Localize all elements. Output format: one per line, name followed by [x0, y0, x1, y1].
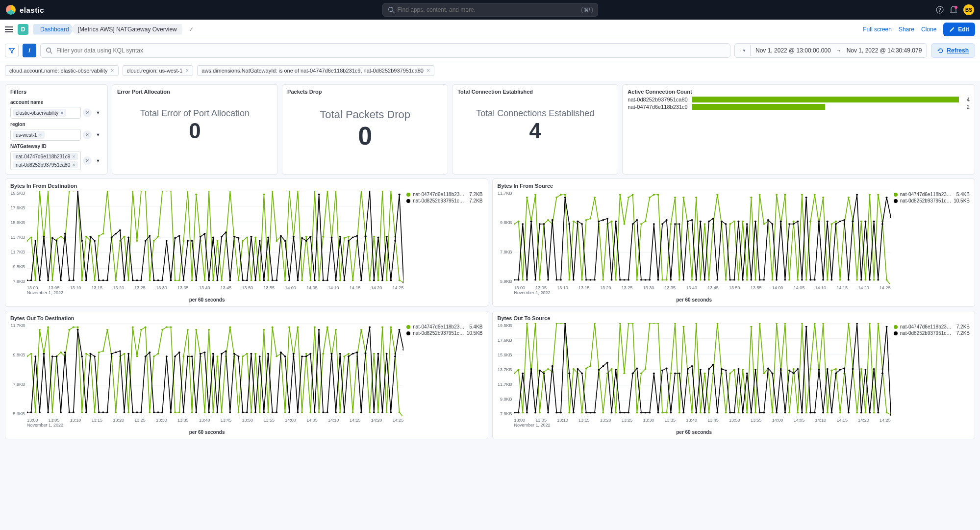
refresh-button[interactable]: Refresh: [931, 43, 975, 58]
breadcrumb-root[interactable]: Dashboard: [33, 24, 74, 35]
legend-item[interactable]: nat-0d8252b937951c… 10.5KB: [894, 198, 970, 203]
date-picker[interactable]: ▼ Nov 1, 2022 @ 13:00:00.000 → Nov 1, 20…: [734, 43, 927, 58]
legend-item[interactable]: nat-04747d6e118b231… 7.2KB: [406, 192, 482, 197]
filter-tag[interactable]: nat-04747d6e118b231c9×: [13, 153, 78, 160]
legend-item[interactable]: nat-0d8252b937951c… 10.5KB: [406, 330, 482, 336]
y-tick: 9.8KB: [10, 264, 25, 269]
filter-pill-bar: cloud.account.name: elastic-observabilit…: [0, 62, 980, 81]
svg-point-217: [585, 219, 587, 221]
chart-plot[interactable]: [27, 323, 403, 416]
legend-item[interactable]: nat-04747d6e118b231… 5.4KB: [894, 192, 970, 197]
chevron-down-icon[interactable]: ▼: [94, 130, 102, 139]
filter-field-input[interactable]: nat-04747d6e118b231c9×nat-0d8252b937951c…: [10, 151, 81, 170]
filter-pill[interactable]: aws.dimensions.NatGatewayId: is one of n…: [197, 65, 434, 76]
newsfeed-icon[interactable]: [950, 6, 957, 14]
legend-series-value: 7.2KB: [956, 330, 970, 336]
elastic-logo-icon: [6, 5, 16, 15]
chevron-down-icon[interactable]: ▼: [94, 156, 102, 165]
close-icon[interactable]: ×: [72, 153, 75, 159]
clone-link[interactable]: Clone: [921, 26, 936, 33]
x-tick: 14:20: [371, 418, 382, 423]
svg-point-268: [801, 194, 803, 196]
filter-pill[interactable]: cloud.region: us-west-1×: [123, 65, 194, 76]
share-link[interactable]: Share: [899, 26, 914, 33]
legend-item[interactable]: nat-0d8252b937951c… 7.2KB: [406, 198, 482, 203]
help-icon[interactable]: ?: [936, 6, 944, 14]
x-tick: 13:00: [27, 418, 38, 423]
svg-point-376: [877, 279, 879, 280]
x-tick: 14:15: [836, 418, 848, 423]
chart-plot[interactable]: [514, 323, 891, 416]
svg-point-18: [34, 279, 36, 281]
nav-toggle-icon[interactable]: [5, 25, 13, 33]
svg-point-320: [640, 279, 642, 280]
svg-point-312: [606, 218, 608, 219]
svg-point-224: [615, 279, 617, 280]
x-tick: 13:50: [729, 285, 740, 290]
filter-field-input[interactable]: elastic-observability×: [10, 107, 81, 119]
svg-point-629: [758, 323, 760, 324]
svg-point-60: [212, 279, 214, 281]
svg-point-282: [860, 221, 862, 222]
global-search-input[interactable]: [398, 6, 578, 13]
svg-point-619: [716, 323, 718, 324]
filter-pill[interactable]: cloud.account.name: elastic-observabilit…: [5, 65, 119, 76]
svg-point-317: [627, 279, 629, 280]
chevron-down-icon[interactable]: ▼: [94, 108, 102, 117]
svg-point-364: [826, 221, 828, 222]
svg-point-59: [208, 191, 210, 192]
clear-field-button[interactable]: ×: [83, 108, 92, 117]
close-icon[interactable]: ×: [72, 162, 75, 168]
kql-input[interactable]: [56, 47, 725, 54]
svg-point-262: [776, 194, 778, 196]
x-tick: 14:00: [285, 285, 296, 290]
chart-plot[interactable]: [514, 191, 891, 284]
legend-series-value: 5.4KB: [469, 324, 482, 329]
svg-point-603: [649, 323, 651, 324]
svg-point-292: [522, 223, 524, 225]
svg-point-475: [30, 411, 32, 413]
svg-point-165: [276, 279, 277, 281]
svg-point-636: [788, 412, 790, 413]
fullscreen-link[interactable]: Full screen: [863, 26, 892, 33]
close-icon[interactable]: ×: [60, 110, 63, 116]
svg-point-522: [229, 411, 231, 413]
filter-tag[interactable]: us-west-1×: [13, 131, 45, 139]
legend-item[interactable]: nat-04747d6e118b231… 7.2KB: [894, 324, 970, 329]
svg-point-255: [746, 279, 748, 280]
x-tick: 13:15: [92, 285, 103, 290]
svg-point-162: [263, 279, 265, 281]
svg-point-525: [242, 411, 244, 413]
kql-bar[interactable]: [40, 43, 730, 58]
svg-point-625: [742, 369, 744, 370]
calendar-icon: ▼: [740, 45, 751, 56]
filter-tag[interactable]: nat-0d8252b937951ca80×: [13, 161, 78, 168]
clear-field-button[interactable]: ×: [83, 156, 92, 165]
filter-field-input[interactable]: us-west-1×: [10, 129, 81, 141]
x-tick: 14:10: [328, 285, 339, 290]
saved-query-button[interactable]: [5, 44, 19, 57]
legend-item[interactable]: nat-0d8252b937951c… 7.2KB: [894, 330, 970, 336]
svg-point-152: [221, 236, 223, 237]
user-avatar[interactable]: BS: [963, 4, 974, 15]
close-icon[interactable]: ×: [427, 67, 430, 74]
global-search[interactable]: ⌘/: [382, 3, 598, 17]
svg-point-124: [102, 279, 104, 281]
metric-label: Total Connections Established: [457, 108, 613, 119]
svg-point-85: [318, 279, 320, 281]
svg-point-617: [708, 412, 710, 413]
hints-button[interactable]: i: [23, 44, 36, 57]
metric-value: 4: [457, 119, 613, 143]
clear-field-button[interactable]: ×: [83, 130, 92, 139]
edit-button[interactable]: Edit: [943, 23, 975, 36]
chart-plot[interactable]: [27, 191, 403, 284]
svg-point-318: [631, 223, 633, 225]
svg-point-711: [725, 370, 727, 371]
close-icon[interactable]: ×: [39, 132, 42, 138]
close-icon[interactable]: ×: [185, 67, 189, 74]
filter-tag[interactable]: elastic-observability×: [13, 109, 66, 117]
svg-point-324: [657, 279, 659, 280]
space-selector[interactable]: D: [18, 24, 28, 35]
legend-item[interactable]: nat-04747d6e118b231… 5.4KB: [406, 324, 482, 329]
close-icon[interactable]: ×: [111, 67, 114, 74]
